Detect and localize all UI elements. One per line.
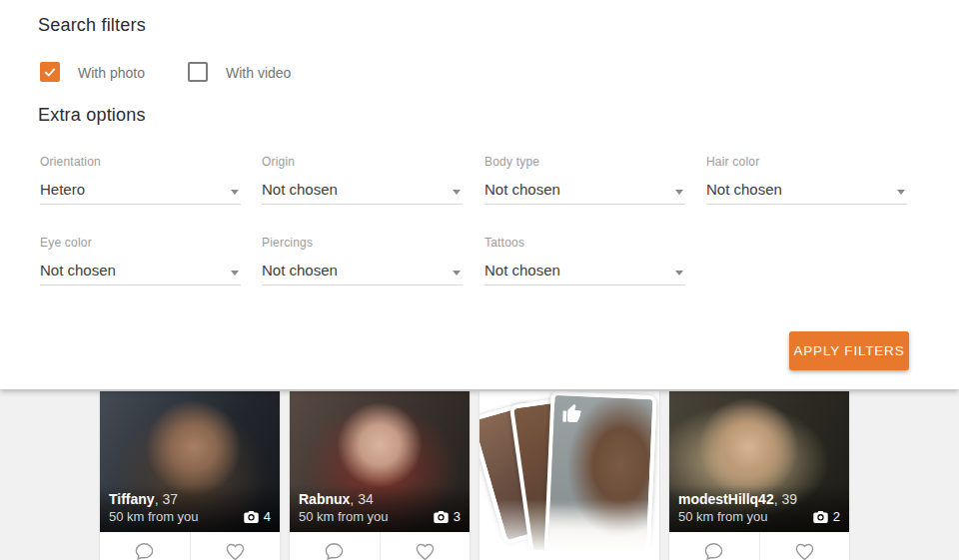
tattoos-select[interactable]: Tattoos Not chosen [484,234,685,285]
like-button[interactable] [191,532,281,560]
promo-fade-overlay [480,499,659,560]
message-button[interactable] [290,532,381,560]
eye-color-select[interactable]: Eye color Not chosen [40,234,241,285]
heart-icon [793,540,816,560]
promo-stack [480,391,659,560]
search-filters-page: { "accent_color": "#e8782c", "icons": { … [0,0,959,560]
like-button[interactable] [760,532,850,560]
photo-count-badge: 3 [434,509,461,525]
profile-card-tiffany[interactable]: Tiffany37 50 km from you 4 [100,391,280,560]
promo-stack-card[interactable] [480,391,659,560]
photo-count: 2 [833,509,840,525]
apply-filters-button[interactable]: APPLY FILTERS [789,331,909,370]
camera-icon [813,511,828,523]
origin-select[interactable]: Origin Not chosen [262,153,463,205]
profile-info-overlay: modestHillq4239 50 km from you 2 [669,485,849,532]
orientation-value: Hetero [40,181,85,198]
camera-icon [434,511,449,523]
profile-name: modestHillq42 [678,491,774,507]
message-button[interactable] [669,532,760,560]
card-actions [100,532,280,560]
profile-name: Rabnux [299,491,350,507]
profile-photo[interactable]: Tiffany37 50 km from you 4 [100,391,280,532]
eye-color-value: Not chosen [40,262,116,279]
photo-count-badge: 4 [244,509,271,525]
profile-card-rabnux[interactable]: Rabnux34 50 km from you 3 [290,391,470,560]
piercings-select[interactable]: Piercings Not chosen [262,234,463,285]
profile-card-modesthillq42[interactable]: modestHillq4239 50 km from you 2 [669,391,849,560]
body-type-select[interactable]: Body type Not chosen [484,153,685,205]
photo-count: 4 [264,509,271,525]
profile-age: 34 [350,491,373,507]
orientation-label: Orientation [40,155,101,169]
body-type-value: Not chosen [484,181,560,198]
chat-bubble-icon [133,540,156,560]
profile-distance: 50 km from you [678,509,768,525]
thumbs-up-icon [560,401,583,424]
check-icon [43,65,57,79]
with-photo-checkbox[interactable] [40,62,60,82]
chevron-down-icon [231,190,239,195]
piercings-label: Piercings [262,236,313,250]
origin-value: Not chosen [262,181,338,198]
photo-count: 3 [454,509,461,525]
camera-icon [244,511,259,523]
hair-color-label: Hair color [706,155,759,169]
piercings-value: Not chosen [262,262,338,279]
chevron-down-icon [897,190,905,195]
like-button[interactable] [381,532,471,560]
with-video-label: With video [226,65,291,81]
search-results-grid: Tiffany37 50 km from you 4 [0,389,959,560]
chevron-down-icon [453,190,461,195]
profile-info-overlay: Tiffany37 50 km from you 4 [100,485,280,532]
hair-color-value: Not chosen [706,181,782,198]
orientation-select[interactable]: Orientation Hetero [40,153,241,205]
message-button[interactable] [100,532,191,560]
profile-name: Tiffany [109,491,155,507]
profile-info-overlay: Rabnux34 50 km from you 3 [290,485,470,532]
heart-icon [414,540,437,560]
with-video-checkbox[interactable] [188,62,208,82]
profile-age: 39 [774,491,797,507]
profile-age: 37 [155,491,178,507]
chevron-down-icon [675,271,683,276]
profile-photo[interactable]: Rabnux34 50 km from you 3 [290,391,470,532]
profile-photo[interactable]: modestHillq4239 50 km from you 2 [669,391,849,532]
chevron-down-icon [231,271,239,276]
chevron-down-icon [675,190,683,195]
chat-bubble-icon [323,540,346,560]
chat-bubble-icon [702,540,725,560]
card-actions [669,532,849,560]
card-actions [290,532,470,560]
search-filters-title: Search filters [38,15,146,36]
profile-distance: 50 km from you [109,509,199,525]
origin-label: Origin [262,155,295,169]
search-filters-panel: Search filters With photo With video Ext… [0,0,959,389]
tattoos-value: Not chosen [484,262,560,279]
profile-distance: 50 km from you [299,509,389,525]
extra-options-title: Extra options [38,105,146,126]
hair-color-select[interactable]: Hair color Not chosen [706,153,907,205]
photo-count-badge: 2 [813,509,840,525]
with-photo-label: With photo [78,65,145,81]
body-type-label: Body type [484,155,539,169]
eye-color-label: Eye color [40,236,92,250]
tattoos-label: Tattoos [484,236,524,250]
chevron-down-icon [453,271,461,276]
heart-icon [224,540,247,560]
